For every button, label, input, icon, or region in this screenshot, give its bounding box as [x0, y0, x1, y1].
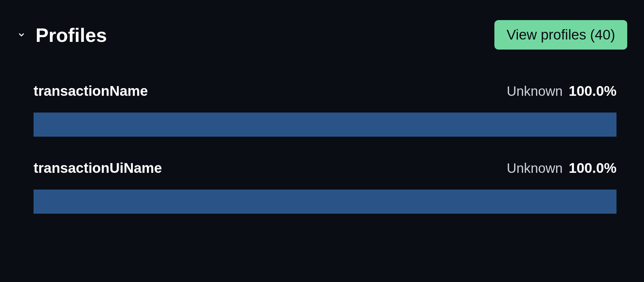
metric-row: transactionName Unknown 100.0%: [34, 83, 616, 137]
metric-bar-fill: [34, 113, 616, 137]
metric-header: transactionName Unknown 100.0%: [34, 83, 616, 99]
metrics-container: transactionName Unknown 100.0% transacti…: [17, 83, 627, 214]
header-left: Profiles: [17, 24, 107, 46]
metric-values: Unknown 100.0%: [507, 160, 616, 176]
metric-status: Unknown: [507, 84, 563, 99]
section-title: Profiles: [36, 24, 107, 46]
metric-status: Unknown: [507, 161, 563, 176]
metric-percentage: 100.0%: [569, 83, 616, 99]
metric-row: transactionUiName Unknown 100.0%: [34, 160, 616, 214]
metric-name: transactionUiName: [34, 160, 162, 176]
metric-header: transactionUiName Unknown 100.0%: [34, 160, 616, 176]
metric-bar-track: [34, 190, 616, 214]
metric-percentage: 100.0%: [569, 160, 616, 176]
view-profiles-button[interactable]: View profiles (40): [494, 20, 627, 50]
metric-values: Unknown 100.0%: [507, 83, 616, 99]
metric-name: transactionName: [34, 83, 148, 99]
chevron-down-icon[interactable]: [17, 30, 26, 40]
section-header: Profiles View profiles (40): [17, 20, 627, 50]
metric-bar-track: [34, 113, 616, 137]
metric-bar-fill: [34, 190, 616, 214]
